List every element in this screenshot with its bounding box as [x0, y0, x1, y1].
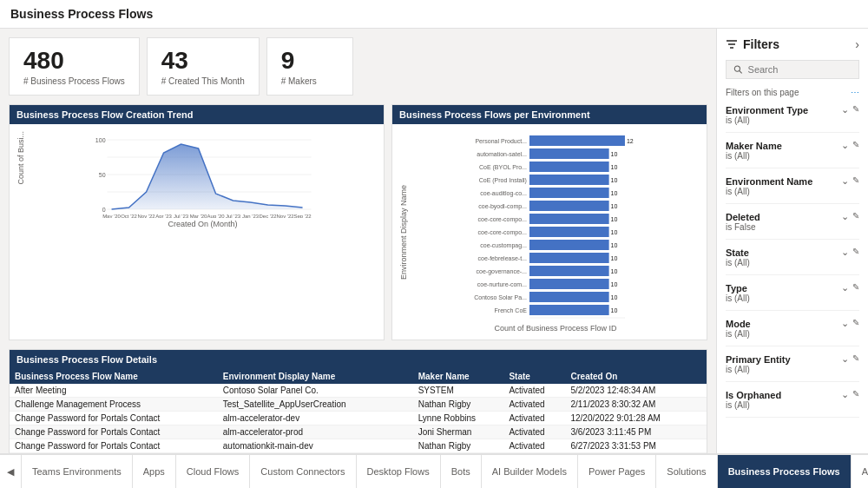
table-cell: 5/2/2023 12:48:34 AM — [565, 384, 707, 398]
table-scroll[interactable]: Business Process Flow NameEnvironment Di… — [10, 369, 707, 453]
svg-rect-48 — [529, 253, 609, 263]
table-cell: Change Password for Portals Contact — [10, 425, 218, 439]
svg-text:Apr '23: Apr '23 — [155, 214, 172, 218]
chevron-down-icon[interactable]: ⌄ — [841, 140, 849, 151]
table-row[interactable]: Challenge Management ProcessTest_Satelli… — [10, 398, 707, 412]
edit-icon[interactable]: ✎ — [852, 353, 859, 365]
table-cell: Nathan Rigby — [413, 398, 504, 412]
svg-text:10: 10 — [611, 203, 618, 209]
chevron-down-icon[interactable]: ⌄ — [841, 282, 849, 293]
chevron-down-icon[interactable]: ⌄ — [841, 175, 849, 187]
page-header: Business Process Flows — [0, 0, 868, 29]
filter-item-name: Is Orphaned — [726, 390, 781, 400]
filter-item-icons: ⌄ ✎ — [841, 175, 859, 187]
filter-item-name: State — [726, 247, 749, 258]
stat-card-1: 43 # Created This Month — [147, 37, 260, 96]
svg-text:10: 10 — [611, 255, 618, 261]
edit-icon[interactable]: ✎ — [852, 140, 859, 151]
table-body: After MeetingContoso Solar Panel Co.SYST… — [10, 384, 707, 453]
edit-icon[interactable]: ✎ — [852, 104, 859, 115]
filter-item-value: is False — [726, 222, 859, 232]
tab-item-desktop-flows[interactable]: Desktop Flows — [357, 455, 441, 488]
filter-item[interactable]: Type ⌄ ✎ is (All) — [726, 282, 859, 311]
tab-item-cloud-flows[interactable]: Cloud Flows — [176, 455, 251, 488]
tab-item-solutions[interactable]: Solutions — [656, 455, 717, 488]
filter-item[interactable]: Environment Name ⌄ ✎ is (All) — [726, 175, 859, 204]
chevron-down-icon[interactable]: ⌄ — [841, 389, 849, 400]
trend-svg-wrap: 100 50 0 — [29, 131, 377, 228]
edit-icon[interactable]: ✎ — [852, 389, 859, 400]
table-row[interactable]: Change Password for Portals Contactalm-a… — [10, 412, 707, 425]
filters-title: Filters — [726, 37, 779, 51]
tab-item-ap[interactable]: Ap — [852, 455, 868, 488]
svg-text:12: 12 — [621, 321, 628, 322]
svg-rect-21 — [529, 135, 625, 146]
filter-item[interactable]: Deleted ⌄ ✎ is False — [726, 211, 859, 240]
filter-item-icons: ⌄ ✎ — [841, 282, 859, 293]
stat-value-2: 9 — [281, 47, 339, 75]
table-cell: 6/27/2023 3:31:53 PM — [565, 439, 707, 453]
tab-item-ai-builder-models[interactable]: AI Builder Models — [482, 455, 578, 488]
svg-rect-27 — [529, 162, 609, 172]
filter-item[interactable]: Is Orphaned ⌄ ✎ is (All) — [726, 389, 859, 418]
sidebar-header: Filters › — [726, 37, 859, 51]
svg-text:May '20: May '20 — [102, 214, 121, 218]
tab-item-custom-connectors[interactable]: Custom Connectors — [250, 455, 356, 488]
filter-item-value: is (All) — [726, 293, 859, 303]
filter-item[interactable]: Maker Name ⌄ ✎ is (All) — [726, 140, 859, 168]
tab-item-power-pages[interactable]: Power Pages — [578, 455, 656, 488]
chevron-down-icon[interactable]: ⌄ — [841, 353, 849, 365]
filter-item[interactable]: Environment Type ⌄ ✎ is (All) — [726, 104, 859, 133]
filter-item[interactable]: Mode ⌄ ✎ is (All) — [726, 318, 859, 346]
chevron-down-icon[interactable]: ⌄ — [841, 318, 849, 329]
filter-icon — [726, 38, 738, 50]
filter-item[interactable]: Primary Entity ⌄ ✎ is (All) — [726, 353, 859, 382]
table-cell: alm-accelerator-dev — [218, 412, 413, 425]
table-title: Business Process Flow Details — [10, 350, 707, 369]
filter-section-label: Filters on this page ⋯ — [726, 88, 859, 97]
svg-text:CoE (BYOL Pro...: CoE (BYOL Pro... — [479, 164, 527, 171]
svg-rect-60 — [529, 305, 609, 315]
svg-point-73 — [734, 66, 740, 71]
table-cell: SYSTEM — [413, 384, 504, 398]
table-col-header: Created On — [565, 369, 707, 384]
table-col-header: Environment Display Name — [218, 369, 413, 384]
table-row[interactable]: After MeetingContoso Solar Panel Co.SYST… — [10, 384, 707, 398]
svg-text:Mar '20: Mar '20 — [190, 214, 207, 218]
filter-item-value: is (All) — [726, 400, 859, 410]
table-row[interactable]: Change Password for Portals Contactautom… — [10, 439, 707, 453]
tab-item-apps[interactable]: Apps — [133, 455, 176, 488]
table-row[interactable]: Change Password for Portals Contactalm-a… — [10, 425, 707, 439]
table-cell: 3/6/2023 3:11:45 PM — [565, 425, 707, 439]
tab-item-teams-environments[interactable]: Teams Environments — [22, 455, 133, 488]
chevron-down-icon[interactable]: ⌄ — [841, 247, 849, 258]
stat-label-1: # Created This Month — [161, 76, 245, 86]
chevron-down-icon[interactable]: ⌄ — [841, 211, 849, 222]
filter-item[interactable]: State ⌄ ✎ is (All) — [726, 247, 859, 275]
trend-svg: 100 50 0 — [29, 131, 377, 218]
search-input[interactable] — [748, 64, 852, 75]
svg-text:Aug '20: Aug '20 — [207, 214, 225, 218]
table-head: Business Process Flow NameEnvironment Di… — [10, 369, 707, 384]
tab-item-bots[interactable]: Bots — [441, 455, 482, 488]
filter-items: Environment Type ⌄ ✎ is (All) Maker Name… — [726, 104, 859, 445]
tab-nav-left[interactable]: ◀ — [0, 455, 22, 488]
edit-icon[interactable]: ✎ — [852, 247, 859, 258]
content-area: 480 # Business Process Flows 43 # Create… — [0, 29, 716, 453]
table-cell: Joni Sherman — [413, 425, 504, 439]
edit-icon[interactable]: ✎ — [852, 211, 859, 222]
chevron-down-icon[interactable]: ⌄ — [841, 104, 849, 115]
filter-item-icons: ⌄ ✎ — [841, 247, 859, 258]
svg-text:0: 0 — [528, 321, 531, 322]
edit-icon[interactable]: ✎ — [852, 282, 859, 293]
edit-icon[interactable]: ✎ — [852, 175, 859, 187]
svg-text:10: 10 — [611, 268, 618, 274]
edit-icon[interactable]: ✎ — [852, 318, 859, 329]
svg-text:10: 10 — [611, 307, 618, 313]
table-cell: Activated — [503, 412, 565, 425]
svg-rect-33 — [529, 188, 609, 198]
filter-more-icon[interactable]: ⋯ — [851, 88, 859, 97]
filters-close-icon[interactable]: › — [855, 37, 859, 51]
table-col-header: Business Process Flow Name — [10, 369, 218, 384]
tab-item-business-process-flows[interactable]: Business Process Flows — [718, 455, 852, 488]
